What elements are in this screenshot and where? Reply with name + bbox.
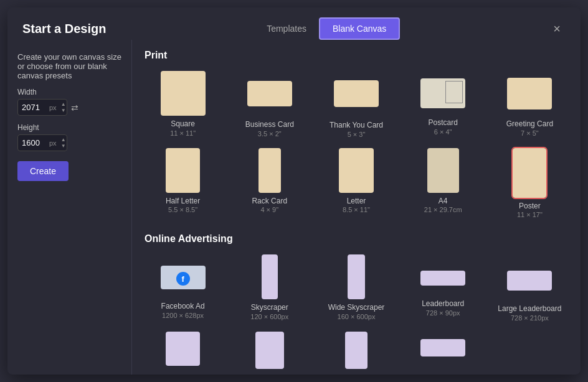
- create-button[interactable]: Create: [17, 161, 69, 181]
- thumb-rack-card: [258, 148, 281, 193]
- thumb-postcard: [420, 78, 465, 108]
- modal-overlay: Start a Design Templates Blank Canvas × …: [0, 0, 588, 382]
- name-wide-skyscraper: Wide Skyscraper: [328, 303, 385, 313]
- height-row: px ▲ ▼: [17, 134, 121, 151]
- dims-thank-you-card: 5 × 3": [348, 131, 366, 138]
- postcard-stamp-border: [445, 81, 463, 103]
- width-row: px ▲ ▼ ⇄: [17, 99, 121, 116]
- name-square: Square: [171, 119, 195, 129]
- template-partial2[interactable]: [231, 332, 308, 373]
- name-a4: A4: [439, 197, 448, 207]
- template-postcard[interactable]: Postcard 6 × 4": [405, 71, 481, 138]
- width-spinners: ▲ ▼: [59, 101, 67, 114]
- thumb-partial2: [255, 332, 284, 369]
- dims-greeting-card: 7 × 5": [521, 129, 539, 137]
- dims-facebook-ad: 1200 × 628px: [162, 312, 204, 319]
- thumb-skyscraper: [262, 254, 278, 299]
- height-input[interactable]: [18, 135, 49, 151]
- thumb-facebook-ad: f: [161, 266, 206, 289]
- name-business-card: Business Card: [245, 120, 294, 130]
- thumb-large-leaderboard: [507, 271, 552, 291]
- height-label: Height: [17, 123, 121, 132]
- template-rack-card[interactable]: Rack Card 4 × 9": [231, 148, 308, 219]
- dims-a4: 21 × 29.7cm: [424, 206, 462, 213]
- template-partial3[interactable]: [318, 332, 394, 373]
- thumb-business-card: [247, 81, 292, 106]
- thumb-partial1: [166, 332, 200, 366]
- template-large-leaderboard[interactable]: Large Leaderboard 728 × 210px: [491, 254, 568, 322]
- width-section: Width px ▲ ▼ ⇄: [17, 88, 121, 116]
- facebook-icon: f: [176, 272, 190, 286]
- dims-large-leaderboard: 728 × 210px: [511, 314, 549, 322]
- dims-postcard: 6 × 4": [434, 128, 452, 136]
- dims-square: 11 × 11": [170, 129, 196, 137]
- close-button[interactable]: ×: [548, 20, 566, 37]
- thumb-wide-skyscraper: [348, 254, 365, 299]
- template-letter[interactable]: Letter 8.5 × 11": [318, 148, 394, 219]
- thumb-letter: [339, 148, 374, 193]
- name-skyscraper: Skyscraper: [251, 303, 288, 313]
- template-skyscraper[interactable]: Skyscraper 120 × 600px: [231, 254, 308, 322]
- name-leaderboard: Leaderboard: [422, 299, 464, 309]
- template-business-card[interactable]: Business Card 3.5 × 2": [231, 71, 308, 138]
- name-postcard: Postcard: [429, 118, 458, 128]
- name-letter: Letter: [347, 197, 366, 207]
- width-unit: px: [49, 104, 59, 111]
- dims-poster: 11 × 17": [517, 211, 543, 218]
- thumb-greeting-card: [507, 78, 552, 109]
- thumb-partial4: [420, 339, 465, 356]
- height-section: Height px ▲ ▼: [17, 123, 121, 151]
- template-poster[interactable]: Poster 11 × 17": [491, 148, 568, 219]
- template-thank-you-card[interactable]: Thank You Card 5 × 3": [318, 71, 394, 138]
- thumb-square: [161, 71, 206, 116]
- width-down[interactable]: ▼: [59, 108, 67, 114]
- sidebar-description: Create your own canvas size or choose fr…: [17, 52, 121, 80]
- height-down[interactable]: ▼: [59, 143, 67, 149]
- width-up[interactable]: ▲: [59, 101, 67, 108]
- template-greeting-card[interactable]: Greeting Card 7 × 5": [491, 71, 568, 138]
- name-half-letter: Half Letter: [166, 197, 200, 207]
- height-input-wrap: px ▲ ▼: [17, 134, 67, 151]
- modal: Start a Design Templates Blank Canvas × …: [7, 7, 581, 375]
- template-partial1[interactable]: [145, 332, 221, 373]
- height-spinners: ▲ ▼: [59, 137, 67, 149]
- online-advertising-section-title: Online Advertising: [145, 233, 568, 245]
- thumb-thank-you: [334, 80, 379, 107]
- dims-half-letter: 5.5 × 8.5": [168, 206, 197, 213]
- template-a4[interactable]: A4 21 × 29.7cm: [405, 148, 481, 219]
- dims-wide-skyscraper: 160 × 600px: [338, 313, 376, 320]
- header-tabs: Templates Blank Canvas: [254, 17, 400, 40]
- width-input-wrap: px ▲ ▼: [17, 99, 67, 116]
- tab-blank-canvas[interactable]: Blank Canvas: [319, 17, 400, 40]
- name-facebook-ad: Facebook Ad: [161, 302, 205, 312]
- width-input[interactable]: [18, 100, 49, 115]
- name-large-leaderboard: Large Leaderboard: [498, 304, 561, 314]
- template-facebook-ad[interactable]: f Facebook Ad 1200 × 628px: [145, 254, 221, 322]
- thumb-poster: [513, 148, 546, 198]
- sidebar: Create your own canvas size or choose fr…: [7, 40, 132, 375]
- thumb-half-letter: [166, 148, 200, 193]
- name-thank-you-card: Thank You Card: [330, 121, 383, 131]
- template-leaderboard[interactable]: Leaderboard 728 × 90px: [405, 254, 481, 322]
- template-half-letter[interactable]: Half Letter 5.5 × 8.5": [145, 148, 221, 219]
- name-greeting-card: Greeting Card: [506, 119, 553, 129]
- template-square[interactable]: Square 11 × 11": [145, 71, 221, 138]
- dims-business-card: 3.5 × 2": [258, 130, 282, 137]
- print-section-title: Print: [145, 50, 568, 61]
- content-area[interactable]: Print Square 11 × 11" Business Card 3.5 …: [132, 40, 581, 375]
- tab-templates[interactable]: Templates: [254, 17, 319, 40]
- height-up[interactable]: ▲: [59, 137, 67, 143]
- template-partial4[interactable]: [405, 332, 481, 373]
- dims-skyscraper: 120 × 600px: [250, 313, 288, 320]
- template-wide-skyscraper[interactable]: Wide Skyscraper 160 × 600px: [318, 254, 394, 322]
- modal-title: Start a Design: [22, 22, 106, 36]
- thumb-a4: [427, 148, 459, 193]
- thumb-leaderboard: [420, 271, 465, 286]
- name-poster: Poster: [519, 202, 541, 212]
- dims-rack-card: 4 × 9": [260, 206, 278, 213]
- name-rack-card: Rack Card: [252, 197, 287, 207]
- width-label: Width: [17, 88, 121, 96]
- height-unit: px: [49, 139, 59, 147]
- online-advertising-grid: f Facebook Ad 1200 × 628px Skyscraper 12…: [145, 254, 568, 373]
- swap-button[interactable]: ⇄: [71, 103, 78, 113]
